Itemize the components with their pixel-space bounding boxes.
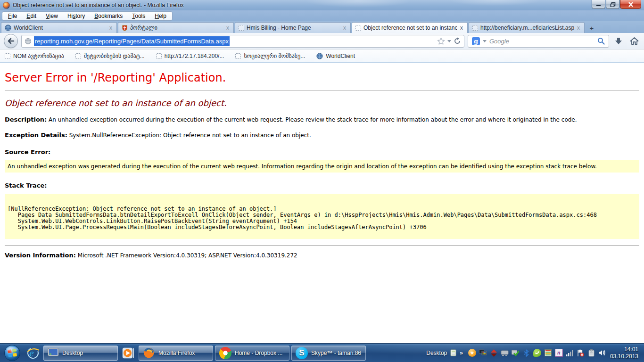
bookmark-label: NOM ავტორიზაცია [13,53,64,59]
network-traffic-arrows-tray-icon[interactable] [490,349,498,357]
reload-icon[interactable] [454,37,461,45]
close-button[interactable] [620,0,641,9]
url-dropdown-icon[interactable] [447,40,451,42]
version-line: Version Information: Microsoft .NET Fram… [5,252,639,259]
tab-close-icon[interactable]: x [576,25,581,31]
skype-icon: S [296,347,308,359]
page-content: Server Error in '/Reporting' Application… [0,63,644,343]
version-label: Version Information: [5,252,76,259]
stack-trace-text: [NullReferenceException: Object referenc… [8,206,636,230]
menu-history[interactable]: History [67,13,85,19]
display-monitors-tray-icon[interactable] [479,349,487,357]
close-icon [628,2,634,7]
clock-date: 03.10.2013 [610,353,638,360]
tab-title: WorldClient [14,25,106,31]
menu-help[interactable]: Help [155,13,166,19]
taskbar-button-firefox[interactable]: Mozilla Firefox [139,346,213,361]
system-tray: ★ [468,349,606,357]
bookmark-worldclient[interactable]: WorldClient [316,53,355,59]
menu-bookmarks[interactable]: Bookmarks [94,13,123,19]
restore-button[interactable] [606,0,619,9]
start-button[interactable] [1,344,24,362]
description-text: An unhandled exception occurred during t… [49,116,577,123]
firefox-app-icon [3,2,10,9]
home-button[interactable] [628,35,640,47]
tab-worldclient[interactable]: WorldClient x [1,22,117,33]
signal-strength-tray-icon[interactable] [566,349,574,357]
error-page-title: Server Error in '/Reporting' Application… [5,71,639,84]
menu-strip: File Edit View History Bookmarks Tools H… [2,11,173,21]
windows-media-player-pinned-button[interactable] [119,344,138,362]
placeholder-favicon-icon [5,53,10,59]
removable-devices-tray-icon[interactable] [501,349,509,357]
messenger-app-tray-icon[interactable] [533,349,541,357]
taskbar-button-skype[interactable]: S Skype™ - tamari.86 [291,346,366,361]
search-magnifier-icon[interactable] [597,37,605,45]
search-placeholder[interactable]: Google [489,38,594,45]
georgia-emblem-icon [122,25,128,31]
taskbar-clock[interactable]: 14:01 03.10.2013 [610,346,638,360]
menu-tools[interactable]: Tools [132,13,145,19]
new-tab-button[interactable]: + [586,23,598,33]
action-center-flag-tray-icon[interactable] [577,349,585,357]
spreadsheet-grid-tray-icon[interactable] [544,349,552,357]
bookmark-nom-authorization[interactable]: NOM ავტორიზაცია [5,53,64,59]
tab-beneficiary-list[interactable]: http://beneficiary.m...eficiariesList.as… [469,22,585,33]
search-box[interactable]: g Google [468,35,609,48]
toolbar-overflow-chevron-icon[interactable]: » [460,350,462,356]
menu-file[interactable]: File [8,13,17,19]
windows-start-icon [4,345,21,362]
minimize-icon [596,2,602,7]
bookmark-label: სოციალური მომსახუ... [244,53,305,59]
bluetooth-tray-icon[interactable] [522,349,530,357]
desktop-folder-icon [450,349,457,357]
google-engine-icon[interactable]: g [472,37,480,45]
window-controls [591,0,641,9]
clipboard-tray-icon[interactable] [587,349,595,357]
downloads-button[interactable] [612,35,625,47]
description-label: Description: [5,116,47,123]
taskbar-button-label: Mozilla Firefox [158,350,195,356]
source-error-text: An unhandled exception was generated dur… [8,163,597,170]
bookmark-social-service[interactable]: სოციალური მომსახუ... [235,53,305,59]
back-button[interactable] [4,34,18,48]
placeholder-favicon-icon [75,53,81,59]
update-check-tray-icon[interactable] [512,349,520,357]
bookmark-ip-address[interactable]: http://172.17.184.200/... [156,53,224,59]
favorites-star-tray-icon[interactable]: ★ [468,349,476,357]
volume-tray-icon[interactable] [598,349,606,357]
clock-time: 14:01 [610,346,638,353]
placeholder-favicon-icon [239,25,244,31]
exception-details-line: Exception Details: System.NullReferenceE… [5,132,639,139]
desktop-toolbar[interactable]: Desktop » [426,349,462,357]
internet-explorer-pinned-button[interactable]: e [24,344,42,362]
taskbar-button-label: Skype™ - tamari.86 [311,350,361,356]
bookmark-label: WorldClient [326,53,355,59]
tab-close-icon[interactable]: x [459,25,464,31]
onenote-clipper-tray-icon[interactable]: n [555,349,563,357]
minimize-button[interactable] [592,0,605,9]
bookmark-notifications[interactable]: შეტყობინების დამატ... [75,53,145,59]
bookmark-star-icon[interactable] [437,37,445,45]
source-error-label: Source Error: [5,148,639,156]
window-titlebar[interactable]: Object reference not set to an instance … [0,0,644,10]
bookmarks-toolbar: NOM ავტორიზაცია შეტყობინების დამატ... ht… [0,49,644,63]
url-text-selected[interactable]: reporting.moh.gov.ge/Reporting/Pages/Dat… [34,36,230,46]
tab-title: პორტალი [130,25,223,31]
tab-close-icon[interactable]: x [342,25,347,31]
url-bar[interactable]: reporting.moh.gov.ge/Reporting/Pages/Dat… [21,35,464,48]
tab-hmis-billing[interactable]: Hmis Billing - Home Page x [235,22,351,33]
search-engine-dropdown-icon[interactable] [483,40,487,42]
exception-details-text: System.NullReferenceException: Object re… [69,132,311,139]
tab-server-error-active[interactable]: Object reference not set to an instanc..… [352,22,468,33]
tab-close-icon[interactable]: x [108,25,113,31]
tab-portal[interactable]: პორტალი x [118,22,234,33]
taskbar-button-desktop-window[interactable]: Desktop [43,346,118,361]
site-globe-icon [25,38,32,45]
media-player-icon [121,346,135,360]
tab-close-icon[interactable]: x [225,25,230,31]
taskbar-button-dropbox-chrome[interactable]: Home - Dropbox ... [215,346,289,361]
menu-view[interactable]: View [46,13,58,19]
menu-edit[interactable]: Edit [26,13,36,19]
description-line: Description: An unhandled exception occu… [5,116,639,123]
